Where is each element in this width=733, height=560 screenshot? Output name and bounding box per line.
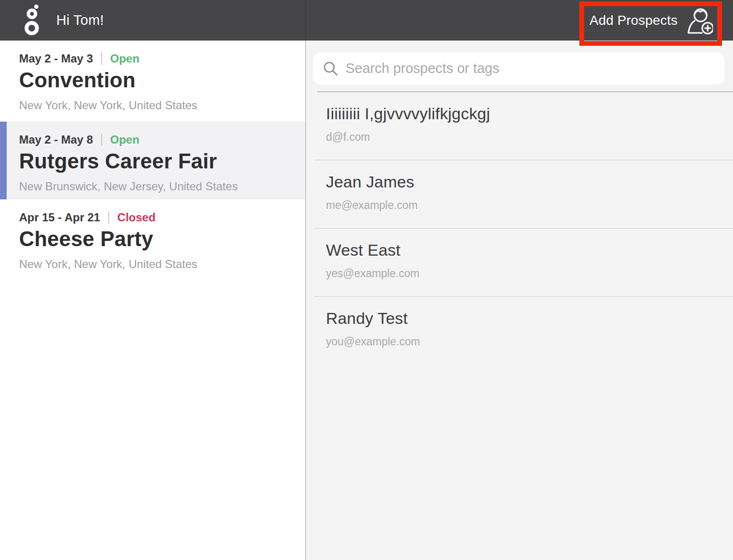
prospects-panel: Iiiiiiiii I,gjvvvvylifkjgckgj d@f.com Je… bbox=[305, 41, 733, 560]
prospect-name: Iiiiiiiii I,gjvvvvylifkjgckgj bbox=[326, 104, 723, 123]
prospect-email: yes@example.com bbox=[326, 267, 723, 280]
prospect-name: Randy Test bbox=[326, 309, 723, 328]
prospect-row[interactable]: West East yes@example.com bbox=[306, 228, 733, 297]
event-title: Rutgers Career Fair bbox=[19, 149, 291, 173]
prospect-email: d@f.com bbox=[326, 131, 723, 144]
prospect-name: Jean James bbox=[326, 173, 723, 191]
prospect-name: West East bbox=[326, 241, 723, 259]
header-right: Add Prospects bbox=[305, 7, 733, 34]
event-location: New Brunswick, New Jersey, United States bbox=[19, 180, 291, 193]
event-dates: May 2 - May 3 bbox=[19, 52, 93, 65]
event-status-badge: Open bbox=[110, 133, 139, 146]
event-location: New York, New York, United States bbox=[19, 258, 291, 271]
event-title: Convention bbox=[19, 68, 291, 92]
event-dates: Apr 15 - Apr 21 bbox=[19, 211, 100, 224]
app-header: Hi Tom! Add Prospects bbox=[0, 0, 733, 41]
event-status-badge: Closed bbox=[117, 211, 156, 224]
prospect-email: you@example.com bbox=[326, 335, 723, 348]
event-status-badge: Open bbox=[110, 52, 139, 65]
person-add-icon bbox=[686, 7, 713, 34]
event-row-convention[interactable]: May 2 - May 3 Open Convention New York, … bbox=[0, 41, 305, 122]
event-location: New York, New York, United States bbox=[19, 99, 291, 112]
search-bar-container bbox=[306, 41, 733, 92]
event-title: Cheese Party bbox=[19, 227, 291, 251]
event-meta-line: Apr 15 - Apr 21 Closed bbox=[19, 211, 291, 224]
search-icon bbox=[323, 61, 339, 77]
prospect-email: me@example.com bbox=[326, 199, 723, 212]
events-panel: May 2 - May 3 Open Convention New York, … bbox=[0, 41, 305, 560]
add-prospects-label: Add Prospects bbox=[589, 13, 678, 28]
add-prospects-button[interactable]: Add Prospects bbox=[589, 7, 713, 34]
header-left: Hi Tom! bbox=[0, 3, 305, 38]
prospect-row[interactable]: Jean James me@example.com bbox=[306, 160, 733, 228]
date-status-separator bbox=[108, 211, 109, 224]
app-window: Hi Tom! Add Prospects bbox=[0, 0, 733, 560]
event-row-rutgers-career-fair[interactable]: May 2 - May 8 Open Rutgers Career Fair N… bbox=[0, 122, 305, 199]
search-input[interactable] bbox=[346, 61, 715, 76]
search-box[interactable] bbox=[313, 52, 724, 84]
date-status-separator bbox=[101, 52, 102, 65]
event-meta-line: May 2 - May 8 Open bbox=[19, 133, 291, 146]
date-status-separator bbox=[101, 134, 102, 146]
greeting-text: Hi Tom! bbox=[56, 12, 104, 28]
event-row-cheese-party[interactable]: Apr 15 - Apr 21 Closed Cheese Party New … bbox=[0, 199, 305, 280]
prospect-row[interactable]: Iiiiiiiii I,gjvvvvylifkjgckgj d@f.com bbox=[306, 92, 733, 160]
event-dates: May 2 - May 8 bbox=[19, 133, 93, 146]
event-meta-line: May 2 - May 3 Open bbox=[19, 52, 291, 65]
prospect-row[interactable]: Randy Test you@example.com bbox=[306, 297, 733, 365]
brand-logo-icon bbox=[24, 4, 40, 38]
